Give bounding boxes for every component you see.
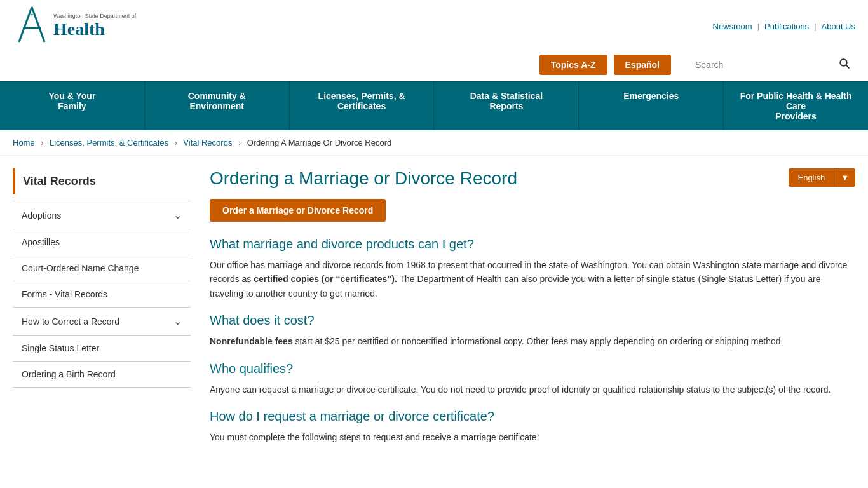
publications-link[interactable]: Publications [764, 22, 809, 31]
section-text-qualifies: Anyone can request a marriage or divorce… [210, 383, 855, 396]
newsroom-link[interactable]: Newsroom [713, 22, 752, 31]
top-links: Newsroom | Publications | About Us [713, 22, 856, 31]
language-selector: English ▼ [789, 168, 855, 187]
breadcrumb: Home › Licenses, Permits, & Certificates… [0, 130, 868, 156]
sidebar-menu: Adoptions ⌄ Apostilles Court-Ordered Nam… [13, 201, 191, 388]
espanol-button[interactable]: Español [614, 55, 671, 75]
sidebar-item-label: Adoptions [22, 210, 61, 220]
section-heading-how: How do I request a marriage or divorce c… [210, 409, 855, 424]
sidebar-item-single-status[interactable]: Single Status Letter [13, 336, 191, 362]
logo-small-text: Washington State Department of [53, 13, 136, 19]
section-text-how: You must complete the following steps to… [210, 430, 855, 444]
topics-az-button[interactable]: Topics A-Z [539, 55, 607, 75]
nav-item-licenses[interactable]: Licenses, Permits, &Certificates [290, 82, 435, 130]
nav-item-public-health[interactable]: For Public Health & Health CareProviders [724, 82, 868, 130]
svg-line-5 [846, 65, 850, 68]
breadcrumb-home[interactable]: Home [13, 138, 35, 147]
breadcrumb-vital-records[interactable]: Vital Records [183, 138, 232, 147]
search-input[interactable] [695, 60, 839, 70]
sidebar-item-correct-record[interactable]: How to Correct a Record ⌄ [13, 308, 191, 336]
sidebar-item-apostilles[interactable]: Apostilles [13, 229, 191, 255]
cost-bold: Nonrefundable fees [210, 336, 293, 346]
sidebar-title: Vital Records [13, 168, 191, 194]
top-header-row: ✦ Washington State Department of Health … [0, 0, 868, 48]
section-heading-cost: What does it cost? [210, 313, 855, 328]
sidebar-item-label: Apostilles [22, 237, 60, 247]
main-nav: You & YourFamily Community &Environment … [0, 81, 868, 130]
header-buttons: Topics A-Z Español [539, 55, 671, 75]
section-heading-qualifies: Who qualifies? [210, 362, 855, 376]
sidebar-item-label: Court-Ordered Name Change [22, 263, 139, 273]
section-text-cost: Nonrefundable fees start at $25 per cert… [210, 334, 855, 348]
page-title-row: Ordering a Marriage or Divorce Record En… [210, 168, 855, 189]
nav-item-emergencies[interactable]: Emergencies [579, 82, 724, 130]
logo-area: ✦ Washington State Department of Health [13, 4, 136, 48]
language-button[interactable]: English [789, 168, 834, 187]
sidebar-item-label: Ordering a Birth Record [22, 369, 116, 379]
sidebar-item-label: Single Status Letter [22, 343, 99, 353]
section-heading-products: What marriage and divorce products can I… [210, 237, 855, 252]
logo-text: Washington State Department of Health [53, 13, 136, 39]
sidebar-item-label: Forms - Vital Records [22, 289, 107, 299]
section-text-products: Our office has marriage and divorce reco… [210, 258, 855, 301]
order-record-button[interactable]: Order a Marriage or Divorce Record [210, 199, 386, 222]
language-dropdown-button[interactable]: ▼ [834, 168, 855, 187]
search-button[interactable] [839, 58, 850, 72]
main-layout: Vital Records Adoptions ⌄ Apostilles Cou… [0, 156, 868, 464]
page-title: Ordering a Marriage or Divorce Record [210, 168, 517, 189]
sidebar-item-birth-record[interactable]: Ordering a Birth Record [13, 362, 191, 388]
svg-text:✦: ✦ [30, 12, 34, 18]
header-mid-row: Topics A-Z Español [0, 48, 868, 81]
sidebar-item-label: How to Correct a Record [22, 316, 119, 327]
chevron-down-icon: ⌄ [173, 209, 182, 221]
nav-item-community[interactable]: Community &Environment [145, 82, 290, 130]
search-icon [839, 58, 850, 69]
logo-icon: ✦ [13, 4, 51, 48]
breadcrumb-current: Ordering A Marriage Or Divorce Record [247, 138, 392, 147]
about-us-link[interactable]: About Us [822, 22, 855, 31]
products-bold: certified copies (or “certificates”). [254, 274, 397, 284]
nav-item-you-family[interactable]: You & YourFamily [0, 82, 145, 130]
breadcrumb-licenses[interactable]: Licenses, Permits, & Certificates [50, 138, 168, 147]
svg-point-4 [840, 59, 847, 66]
sidebar-item-forms[interactable]: Forms - Vital Records [13, 281, 191, 308]
sidebar: Vital Records Adoptions ⌄ Apostilles Cou… [13, 168, 191, 452]
sidebar-item-adoptions[interactable]: Adoptions ⌄ [13, 201, 191, 229]
logo-big-text: Health [53, 19, 136, 39]
chevron-down-icon: ⌄ [173, 315, 182, 327]
nav-item-data[interactable]: Data & StatisticalReports [434, 82, 579, 130]
main-content: Ordering a Marriage or Divorce Record En… [210, 168, 855, 452]
sidebar-item-court-name[interactable]: Court-Ordered Name Change [13, 255, 191, 281]
search-box [690, 55, 855, 75]
cost-text: start at $25 per certified or noncertifi… [293, 336, 783, 346]
